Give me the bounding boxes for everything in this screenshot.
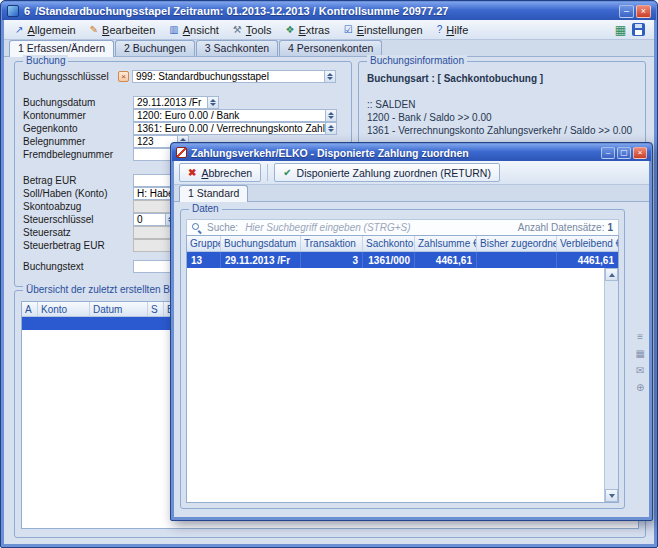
- zuordnen-button[interactable]: ✔ Disponierte Zahlung zuordnen (RETURN): [274, 163, 500, 182]
- dialog-titlebar[interactable]: Zahlungsverkehr/ELKO - Disponierte Zahlu…: [172, 144, 651, 161]
- dialog-window-controls: – ▢ ×: [601, 147, 647, 159]
- main-tabbar: 1 Erfassen/Ändern 2 Buchungen 3 Sachkont…: [4, 40, 654, 57]
- column-transaktion[interactable]: Transaktion: [301, 236, 363, 251]
- daten-legend: Daten: [189, 203, 222, 214]
- abbrechen-label: Abbrechen: [201, 167, 252, 179]
- column-sachkonto[interactable]: Sachkonto: [363, 236, 415, 251]
- sollhaben-label: Soll/Haben (Konto): [23, 188, 133, 199]
- spinner-icon[interactable]: [325, 110, 336, 121]
- list-icon[interactable]: ≡: [637, 332, 643, 342]
- cell-sachkonto: 1361/000: [363, 252, 415, 268]
- tab-personenkonten[interactable]: 4 Personenkonten: [279, 40, 382, 56]
- extras-icon: ❖: [286, 25, 295, 35]
- buchungsdatum-row: Buchungsdatum: [23, 96, 343, 109]
- side-tool-strip: ≡ ▦ ✉ ⊕: [636, 332, 645, 393]
- gegenkonto-select[interactable]: 1361: Euro 0.00 / Verrechnungskonto Zahl…: [133, 122, 337, 135]
- menu-tools[interactable]: ⚒ Tools: [227, 23, 278, 37]
- vertical-scrollbar[interactable]: [604, 268, 618, 502]
- grid-icon[interactable]: ▦: [615, 24, 626, 36]
- column-a[interactable]: A: [22, 302, 38, 316]
- menu-tools-label: Tools: [246, 24, 272, 36]
- daten-column: Suche: Anzahl Datensätze: 1 Gruppe Buchu…: [186, 219, 619, 503]
- dialog-body: ✖ Abbrechen ✔ Disponierte Zahlung zuordn…: [174, 161, 649, 517]
- mail-icon[interactable]: ✉: [636, 366, 644, 376]
- search-bar: Suche: Anzahl Datensätze: 1: [186, 219, 619, 235]
- close-button[interactable]: ×: [636, 5, 651, 18]
- menu-allgemein-label: Allgemein: [27, 24, 75, 36]
- column-verbleibend[interactable]: Verbleibend €: [557, 236, 618, 251]
- spinner-icon[interactable]: [324, 71, 335, 82]
- menu-ansicht-label: Ansicht: [183, 24, 219, 36]
- titlebar[interactable]: 6 /Standardbuchungsstapel Zeitraum: 01.2…: [2, 2, 656, 20]
- saldo-1200-line: 1200 - Bank / Saldo >> 0.00: [367, 111, 639, 124]
- menu-ansicht[interactable]: ▥ Ansicht: [163, 23, 225, 37]
- buchungsschluessel-select[interactable]: 999: Standardbuchungsstapel: [132, 70, 336, 83]
- dialog-minimize-button[interactable]: –: [601, 147, 615, 159]
- menu-extras[interactable]: ❖ Extras: [280, 23, 336, 37]
- buchungsart-line: Buchungsart : [ Sachkontobuchung ]: [367, 72, 639, 85]
- cell-verbleibend: 4461,61: [557, 252, 618, 268]
- clear-field-icon[interactable]: ×: [118, 71, 129, 82]
- menu-einstellungen-label: Einstellungen: [357, 24, 423, 36]
- column-gruppe[interactable]: Gruppe: [187, 236, 221, 251]
- spinner-icon[interactable]: [207, 97, 218, 108]
- column-zahlsumme[interactable]: Zahlsumme €: [415, 236, 477, 251]
- buchungsdatum-label: Buchungsdatum: [23, 97, 133, 108]
- dialog-zahlungsverkehr: Zahlungsverkehr/ELKO - Disponierte Zahlu…: [170, 142, 653, 521]
- spinner-icon[interactable]: [325, 123, 336, 134]
- toolbar-separator: [267, 164, 268, 181]
- buchungsdatum-input[interactable]: [134, 97, 207, 108]
- payment-row-selected[interactable]: 13 29.11.2013 /Fr 3 1361/000 4461,61 446…: [187, 252, 618, 268]
- kontonummer-select[interactable]: 1200: Euro 0.00 / Bank: [133, 109, 337, 122]
- buchungsschluessel-value: 999: Standardbuchungsstapel: [133, 71, 324, 82]
- scroll-down-icon[interactable]: [605, 489, 618, 502]
- kontonummer-row: Kontonummer 1200: Euro 0.00 / Bank: [23, 109, 343, 122]
- menu-bearbeiten-label: Bearbeiten: [102, 24, 155, 36]
- bearbeiten-icon: ✎: [90, 25, 98, 35]
- search-input[interactable]: [243, 221, 513, 234]
- tab-standard[interactable]: 1 Standard: [179, 185, 248, 202]
- menu-bearbeiten[interactable]: ✎ Bearbeiten: [84, 23, 162, 37]
- allgemein-icon: ↗: [15, 25, 23, 35]
- belegnummer-label: Belegnummer: [23, 136, 133, 147]
- column-konto[interactable]: Konto: [38, 302, 90, 316]
- assign-icon: ✔: [283, 168, 291, 178]
- search-icon: [192, 223, 202, 233]
- save-icon[interactable]: [632, 23, 645, 36]
- menu-extras-label: Extras: [298, 24, 329, 36]
- dialog-title: Zahlungsverkehr/ELKO - Disponierte Zahlu…: [191, 147, 597, 159]
- steuerbetrag-label: Steuerbetrag EUR: [23, 240, 133, 251]
- menu-einstellungen[interactable]: ☑ Einstellungen: [338, 23, 429, 37]
- hilfe-icon: ?: [437, 25, 443, 35]
- dialog-close-button[interactable]: ×: [633, 147, 647, 159]
- scroll-up-icon[interactable]: [605, 268, 618, 281]
- buchungsdatum-field[interactable]: [133, 96, 219, 109]
- zuordnen-label: Disponierte Zahlung zuordnen (RETURN): [297, 167, 491, 179]
- dialog-maximize-button[interactable]: ▢: [617, 147, 631, 159]
- grid-view-icon[interactable]: ▦: [636, 349, 645, 359]
- menubar: ↗ Allgemein ✎ Bearbeiten ▥ Ansicht ⚒ Too…: [4, 20, 654, 40]
- steuerschluessel-input[interactable]: [134, 214, 165, 225]
- zoom-icon[interactable]: ⊕: [636, 383, 644, 393]
- column-buchungsdatum[interactable]: Buchungsdatum: [221, 236, 301, 251]
- column-datum[interactable]: Datum: [90, 302, 148, 316]
- main-window: 6 /Standardbuchungsstapel Zeitraum: 01.2…: [0, 0, 658, 548]
- records-label: Anzahl Datensätze:: [518, 222, 605, 233]
- tools-icon: ⚒: [233, 25, 242, 35]
- grid-header: Gruppe Buchungsdatum Transaktion Sachkon…: [187, 236, 618, 252]
- dialog-content: Daten Suche: Anzahl Datensätze: 1: [174, 202, 649, 517]
- dialog-toolbar: ✖ Abbrechen ✔ Disponierte Zahlung zuordn…: [174, 161, 649, 185]
- records-value: 1: [607, 222, 613, 233]
- column-s[interactable]: S: [148, 302, 164, 316]
- kontonummer-value: 1200: Euro 0.00 / Bank: [134, 110, 325, 121]
- tab-sachkonten[interactable]: 3 Sachkonten: [196, 40, 278, 56]
- records-count: Anzahl Datensätze: 1: [518, 222, 613, 233]
- menu-hilfe[interactable]: ? Hilfe: [431, 23, 475, 37]
- menu-allgemein[interactable]: ↗ Allgemein: [9, 23, 82, 37]
- cell-buchungsdatum: 29.11.2013 /Fr: [221, 252, 301, 268]
- column-bisher-zugeordnet[interactable]: Bisher zugeordnet: [477, 236, 557, 251]
- steuerschluessel-label: Steuerschlüssel: [23, 214, 133, 225]
- minimize-button[interactable]: –: [619, 5, 634, 18]
- tab-buchungen[interactable]: 2 Buchungen: [115, 40, 195, 56]
- abbrechen-button[interactable]: ✖ Abbrechen: [179, 163, 261, 182]
